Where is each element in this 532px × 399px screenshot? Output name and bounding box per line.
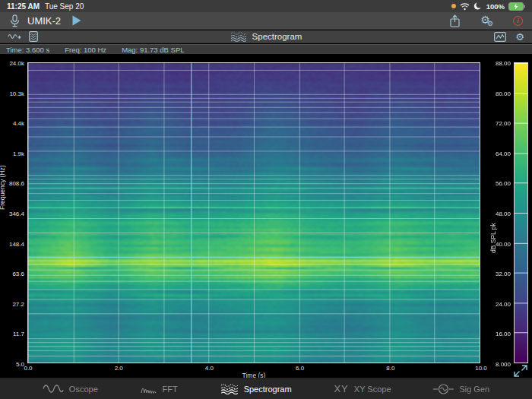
y-tick-label: 808.6 [0, 180, 24, 187]
colorbar-tick-label: 88.00 [474, 60, 511, 67]
expand-icon[interactable] [513, 364, 528, 378]
info-icon[interactable]: i [513, 16, 523, 26]
colorbar-tick-label: 16.00 [474, 331, 511, 337]
y-tick-label: 11.7 [0, 331, 24, 337]
chart-preview-icon[interactable] [494, 32, 506, 42]
y-axis-title: Frequency (Hz) [0, 165, 6, 210]
battery-icon [508, 2, 525, 11]
sine-wave-icon [43, 384, 64, 394]
moon-icon [473, 2, 483, 11]
device-name[interactable]: UMIK-2 [27, 15, 61, 27]
readout-time: Time: 3.600 s [6, 46, 49, 54]
colorbar[interactable] [514, 62, 528, 363]
main-toolbar: UMIK-2 ⚙⚙ i [0, 12, 532, 30]
tab-bar: Oscope FFT Spectrogram XY XY Scope [0, 378, 532, 399]
readout-freq: Freq: 100 Hz [65, 46, 106, 54]
spectrogram-icon [230, 32, 247, 42]
tab-fft[interactable]: FFT [141, 384, 178, 394]
colorbar-tick-label: 72.00 [474, 120, 511, 127]
sig-gen-icon [433, 384, 454, 394]
colorbar-tick-label: 80.00 [474, 90, 511, 97]
x-tick-label: 6.0 [296, 365, 304, 372]
colorbar-tick-label: 8.000 [474, 361, 511, 368]
play-button[interactable] [72, 15, 81, 26]
y-tick-label: 27.2 [0, 300, 24, 307]
recording-dot [451, 4, 456, 8]
cursor-readout: Time: 3.600 s Freq: 100 Hz Mag: 91.73 dB… [0, 44, 532, 54]
x-tick-label: 8.0 [386, 365, 394, 372]
status-bar: 11:25 AM Tue Sep 20 100% [0, 0, 532, 12]
colorbar-tick-label: 32.00 [474, 271, 511, 277]
colorbar-tick-label: 48.00 [474, 211, 511, 217]
gear-icon[interactable]: ⚙ [515, 32, 524, 42]
view-title: Spectrogram [252, 32, 302, 41]
x-tick-label: 4.0 [205, 365, 214, 372]
readout-mag: Mag: 91.73 dB SPL [122, 46, 184, 54]
date: Tue Sep 20 [45, 2, 84, 11]
wifi-icon [460, 2, 470, 11]
y-tick-label: 346.4 [0, 211, 24, 217]
y-tick-label: 1.9k [0, 150, 24, 157]
x-tick-label: 0.0 [24, 365, 32, 372]
fft-peaks-icon [141, 384, 157, 394]
battery-percent: 100% [486, 2, 505, 11]
microphone-icon[interactable] [9, 14, 21, 27]
view-toolbar: Spectrogram ⚙ [0, 30, 532, 43]
y-tick-label: 4.4k [0, 120, 24, 127]
xy-icon: XY [334, 383, 348, 394]
tab-xy-scope[interactable]: XY XY Scope [334, 383, 391, 394]
colorbar-tick-label: 64.00 [474, 150, 511, 157]
tab-sig-gen[interactable]: Sig Gen [433, 384, 489, 394]
colorbar-tick-label: 56.00 [474, 180, 511, 187]
colorbar-tick-label: 24.00 [474, 300, 511, 307]
plot-region: Frequency (Hz) Time (s) 24.0k10.3k4.4k1.… [0, 54, 532, 378]
app-window: 11:25 AM Tue Sep 20 100% [0, 0, 532, 399]
spectrogram-icon [220, 384, 239, 394]
clock: 11:25 AM [7, 2, 40, 11]
colorbar-title: dB SPL pk [489, 223, 497, 253]
tab-spectrogram[interactable]: Spectrogram [220, 384, 292, 394]
tab-oscope[interactable]: Oscope [43, 384, 98, 394]
y-tick-label: 63.6 [0, 271, 24, 277]
y-tick-label: 24.0k [0, 60, 24, 67]
y-tick-label: 148.4 [0, 240, 24, 247]
settings-gears-icon[interactable]: ⚙⚙ [480, 14, 493, 27]
y-tick-label: 10.3k [0, 90, 24, 97]
y-tick-label: 5.0 [0, 361, 24, 368]
share-icon[interactable] [449, 14, 461, 27]
x-tick-label: 2.0 [115, 365, 123, 372]
spectrogram-canvas[interactable] [27, 62, 480, 363]
